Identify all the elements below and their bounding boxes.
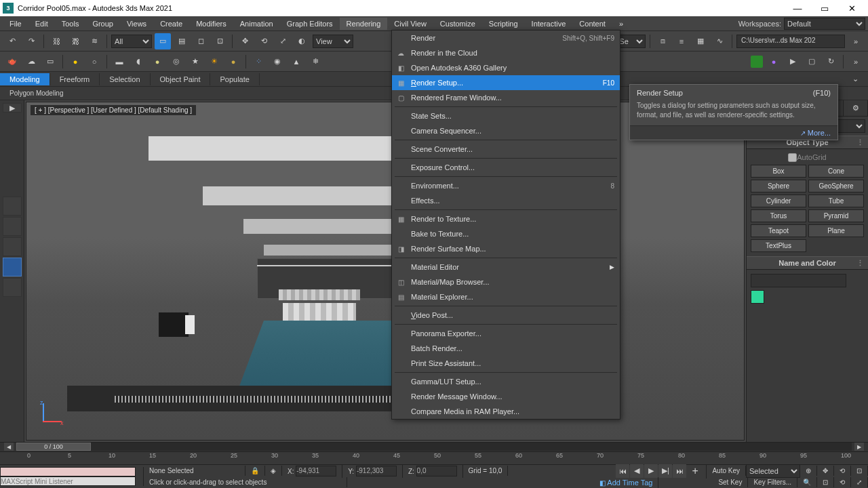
sun-icon[interactable]: ☀	[206, 54, 222, 70]
obj-geosphere[interactable]: GeoSphere	[808, 180, 864, 192]
menu-item[interactable]: Gamma/LUT Setup...	[392, 374, 620, 389]
obj-box[interactable]: Box	[751, 165, 806, 178]
nav-4-icon[interactable]: ⊡	[851, 466, 868, 476]
obj-textplus[interactable]: TextPlus	[751, 239, 806, 252]
menu-item[interactable]: ▦Render to Texture...	[392, 211, 620, 226]
menu-item[interactable]: ▢Rendered Frame Window...	[392, 90, 620, 105]
menu-animation[interactable]: Animation	[233, 18, 280, 30]
nav-8-icon[interactable]: ⤢	[851, 477, 868, 487]
nav-2-icon[interactable]: ✥	[817, 466, 834, 476]
menu-tools[interactable]: Tools	[55, 18, 86, 30]
align-icon[interactable]: ≡	[673, 33, 690, 49]
viewport[interactable]: [ + ] [Perspective ] [User Defined ] [De…	[26, 102, 745, 441]
placement-icon[interactable]: ◐	[294, 33, 310, 49]
maximize-button[interactable]: ▭	[811, 0, 838, 16]
ribbon-collapse-icon[interactable]: ⌄	[843, 73, 868, 85]
menu-item[interactable]: RenderShift+Q, Shift+F9	[392, 30, 620, 45]
menu-item[interactable]: ▤Material Explorer...	[392, 289, 620, 304]
autogrid-checkbox[interactable]	[788, 153, 797, 162]
coord-y[interactable]	[356, 466, 397, 476]
menu-customize[interactable]: Customize	[433, 18, 482, 30]
add-time-tag[interactable]: ◧ Add Time Tag	[594, 477, 659, 488]
obj-pyramid[interactable]: Pyramid	[808, 209, 864, 222]
menu-edit[interactable]: Edit	[28, 18, 55, 30]
coord-toggle-icon[interactable]: ◈	[265, 466, 282, 476]
tab-object-paint[interactable]: Object Paint	[151, 73, 211, 85]
time-prev-icon[interactable]: ◀	[4, 443, 14, 451]
viewport-label[interactable]: [ + ] [Perspective ] [User Defined ] [De…	[31, 105, 196, 115]
menu-overflow-icon[interactable]: »	[612, 18, 630, 30]
keyfilters-button[interactable]: Key Filters...	[748, 477, 797, 487]
layers-icon[interactable]: ▦	[692, 33, 709, 49]
cmd-icon-5[interactable]: ⚙	[844, 100, 868, 116]
menu-item[interactable]: Exposure Control...	[392, 160, 620, 175]
render-last-icon[interactable]: ↻	[823, 54, 839, 70]
particles-4-icon[interactable]: ❄	[307, 54, 323, 70]
menu-rendering[interactable]: Rendering	[340, 18, 388, 30]
window-crossing-icon[interactable]: ⊡	[212, 33, 228, 49]
menu-item[interactable]: Panorama Exporter...	[392, 326, 620, 341]
particles-2-icon[interactable]: ◉	[269, 54, 285, 70]
tab-modeling[interactable]: Modeling	[0, 73, 50, 85]
menu-item[interactable]: Environment...8	[392, 178, 620, 193]
select-by-name-icon[interactable]: ▤	[174, 33, 190, 49]
coord-x[interactable]	[296, 466, 336, 476]
obj-cylinder[interactable]: Cylinder	[751, 195, 806, 207]
menu-item[interactable]: Scene Converter...	[392, 142, 620, 157]
menu-item[interactable]: Compare Media in RAM Player...	[392, 404, 620, 419]
menu-modifiers[interactable]: Modifiers	[189, 18, 233, 30]
ref-coord-select[interactable]: View	[313, 35, 353, 48]
sphere-3-icon[interactable]: ●	[225, 54, 241, 70]
scale-icon[interactable]: ⤢	[275, 33, 291, 49]
rect-region-icon[interactable]: ◻	[193, 33, 209, 49]
render-frame-icon[interactable]: ▢	[804, 54, 820, 70]
obj-tube[interactable]: Tube	[808, 195, 864, 207]
menu-item[interactable]: Batch Render...	[392, 341, 620, 356]
unlink-icon[interactable]: ⛓̸	[67, 33, 83, 49]
gallery-icon[interactable]: ▭	[42, 54, 58, 70]
time-handle[interactable]: 0 / 100	[16, 443, 91, 451]
maxscript-listener[interactable]	[0, 476, 136, 486]
menu-item[interactable]: ◨Render Surface Map...	[392, 241, 620, 256]
setkey-button[interactable]: Set Key	[713, 477, 748, 487]
next-frame-icon[interactable]: ▶|	[658, 464, 672, 478]
render-iray-icon[interactable]: ●	[766, 54, 782, 70]
selection-filter[interactable]: All	[111, 35, 152, 48]
undo-icon[interactable]: ↶	[4, 33, 20, 49]
star-icon[interactable]: ★	[187, 54, 203, 70]
select-object-icon[interactable]: ▭	[155, 33, 171, 49]
obj-plane[interactable]: Plane	[808, 224, 864, 237]
mirror-icon[interactable]: ⧈	[654, 33, 671, 49]
project-path[interactable]: C:\Users\vr...ds Max 202	[736, 35, 845, 48]
shape-rect-icon[interactable]: ▬	[111, 54, 127, 70]
shape-sphere-icon[interactable]: ●	[149, 54, 165, 70]
move-icon[interactable]: ✥	[237, 33, 253, 49]
subtab-polygon-modeling[interactable]: Polygon Modeling	[3, 88, 71, 98]
bind-icon[interactable]: ≋	[86, 33, 102, 49]
timeline-ruler[interactable]: 0510152025303540455055606570758085909510…	[0, 451, 868, 464]
nav-1-icon[interactable]: ⊕	[800, 466, 817, 476]
teapot-icon[interactable]: 🫖	[4, 54, 20, 70]
redo-icon[interactable]: ↷	[23, 33, 39, 49]
lock-icon[interactable]: 🔒	[245, 466, 265, 476]
play-render-icon[interactable]: ▶	[785, 54, 801, 70]
autokey-button[interactable]: Auto Key	[707, 466, 746, 476]
goto-start-icon[interactable]: ⏮	[616, 464, 629, 478]
menu-item[interactable]: Effects...	[392, 193, 620, 208]
menu-civil-view[interactable]: Civil View	[387, 18, 433, 30]
menu-item[interactable]: ☁Render in the Cloud	[392, 45, 620, 60]
strip-btn-3[interactable]	[3, 237, 22, 256]
rotate-icon[interactable]: ⟲	[256, 33, 272, 49]
strip-btn-expand[interactable]: ▶	[3, 103, 22, 113]
menu-create[interactable]: Create	[153, 18, 189, 30]
nav-6-icon[interactable]: ⊡	[817, 477, 834, 487]
light-1-icon[interactable]: ●	[67, 54, 83, 70]
menu-item[interactable]: Camera Sequencer...	[392, 123, 620, 138]
cloud-icon[interactable]: ☁	[23, 54, 39, 70]
object-name-input[interactable]	[751, 274, 846, 287]
obj-torus[interactable]: Torus	[751, 209, 806, 222]
menu-group[interactable]: Group	[85, 18, 120, 30]
close-button[interactable]: ✕	[838, 0, 865, 16]
menu-item[interactable]: ◧Open Autodesk A360 Gallery	[392, 60, 620, 75]
nav-5-icon[interactable]: 🔍	[797, 477, 817, 487]
